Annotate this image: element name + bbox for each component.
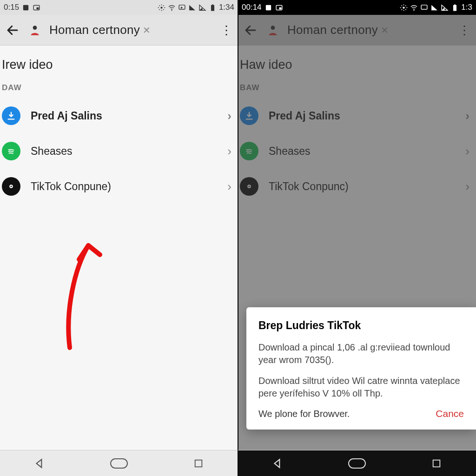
avatar-icon bbox=[266, 23, 280, 37]
list-item-pred[interactable]: Pred Aj Salins › bbox=[238, 98, 476, 133]
svg-point-18 bbox=[414, 10, 415, 11]
battery-icon bbox=[451, 4, 459, 12]
notification-icon bbox=[22, 4, 30, 12]
status-bar: 0:15 ▶ 1:34 bbox=[0, 0, 238, 15]
chevron-right-icon: › bbox=[227, 109, 231, 123]
app-list: Pred Aj Salins › Sheases › TikTok Conpun… bbox=[0, 98, 238, 204]
list-item-sheases[interactable]: Sheases › bbox=[238, 133, 476, 169]
svg-rect-19 bbox=[421, 5, 427, 9]
spotify-icon bbox=[2, 142, 20, 160]
list-item-tiktok[interactable]: TikTok Conpune) › bbox=[0, 169, 238, 204]
status-clock: 1:3 bbox=[461, 3, 472, 12]
cast-icon bbox=[420, 4, 428, 12]
battery-icon bbox=[209, 4, 217, 12]
signal-icon bbox=[198, 4, 206, 12]
wifi-icon bbox=[410, 4, 418, 12]
nav-recents-button[interactable] bbox=[189, 457, 208, 470]
app-list: Pred Aj Salins › Sheases › TikTok Conpun… bbox=[238, 98, 476, 204]
svg-point-9 bbox=[33, 26, 37, 30]
nav-back-button[interactable] bbox=[30, 457, 49, 470]
svg-point-17 bbox=[403, 7, 405, 8]
wifi-icon bbox=[168, 4, 176, 12]
settings-icon bbox=[158, 4, 165, 12]
svg-point-24 bbox=[249, 186, 250, 187]
download-icon bbox=[2, 106, 20, 125]
svg-rect-14 bbox=[265, 5, 271, 10]
page-title-text: Homan certnony bbox=[49, 23, 140, 37]
notification-icon bbox=[264, 4, 272, 12]
dialog-body-2: Download siltrut video Wil catre winnta … bbox=[258, 375, 464, 400]
list-item-sheases[interactable]: Sheases › bbox=[0, 133, 238, 169]
chevron-right-icon: › bbox=[465, 109, 469, 123]
svg-rect-8 bbox=[212, 4, 213, 5]
content-area: Irew ideo DAW Pred Aj Salins › Sheases › bbox=[0, 46, 238, 450]
signal-full-icon bbox=[188, 4, 196, 12]
list-item-label: Sheases bbox=[31, 145, 73, 158]
chevron-right-icon: › bbox=[227, 144, 231, 159]
svg-rect-20 bbox=[453, 5, 456, 11]
dialog-title: Brep Ludries TikTok bbox=[258, 319, 464, 332]
annotation-arrow bbox=[56, 231, 130, 352]
nav-bar bbox=[238, 450, 476, 476]
spotify-icon bbox=[240, 142, 258, 160]
settings-icon bbox=[400, 4, 408, 12]
svg-rect-0 bbox=[23, 5, 28, 10]
svg-point-4 bbox=[171, 10, 172, 11]
list-item-tiktok[interactable]: TikTok Conpunc) › bbox=[238, 169, 476, 204]
chevron-right-icon: › bbox=[465, 179, 469, 194]
nav-bar bbox=[0, 450, 238, 476]
svg-text:▶: ▶ bbox=[181, 6, 183, 8]
app-header: Homan certnony ✕ ⋮ bbox=[0, 15, 238, 46]
cast-icon: ▶ bbox=[178, 4, 186, 12]
avatar-icon bbox=[28, 23, 42, 37]
svg-rect-13 bbox=[195, 460, 202, 467]
svg-rect-7 bbox=[211, 5, 214, 11]
dialog-cancel-button[interactable]: Cance bbox=[436, 408, 464, 419]
section-heading: Irew ideo bbox=[0, 58, 238, 83]
download-dialog: Brep Ludries TikTok Download a pincal 1,… bbox=[246, 307, 476, 430]
status-time: 0:15 bbox=[4, 3, 19, 12]
svg-point-11 bbox=[11, 186, 12, 187]
download-icon bbox=[240, 106, 258, 125]
svg-rect-2 bbox=[37, 7, 39, 9]
overflow-menu-button[interactable]: ⋮ bbox=[219, 24, 233, 36]
phone-left: 0:15 ▶ 1:34 Homan certnony bbox=[0, 0, 238, 476]
edit-icon[interactable]: ✕ bbox=[381, 25, 389, 36]
signal-icon bbox=[441, 4, 449, 12]
page-title: Homan certnony ✕ bbox=[49, 23, 212, 37]
list-item-label: Pred Aj Salins bbox=[269, 110, 340, 122]
signal-full-icon bbox=[430, 4, 438, 12]
svg-rect-21 bbox=[454, 4, 456, 5]
list-item-pred[interactable]: Pred Aj Salins › bbox=[0, 98, 238, 133]
svg-rect-25 bbox=[349, 459, 365, 468]
back-button[interactable] bbox=[5, 22, 20, 38]
section-subheading: BAW bbox=[238, 83, 476, 98]
dialog-body-1: Download a pincal 1,06 .al g:reviiead to… bbox=[258, 341, 464, 366]
nav-recents-button[interactable] bbox=[427, 457, 446, 470]
pip-icon bbox=[33, 4, 40, 12]
dialog-browser-button[interactable]: We plone for Browver. bbox=[258, 409, 350, 419]
chevron-right-icon: › bbox=[227, 179, 231, 194]
tiktok-icon bbox=[240, 177, 258, 196]
section-subheading: DAW bbox=[0, 83, 238, 98]
list-item-label: Sheases bbox=[269, 145, 311, 158]
page-title: Homan certnony ✕ bbox=[287, 23, 450, 37]
list-item-label: TikTok Conpune) bbox=[31, 180, 111, 193]
status-bar: 00:14 1:3 bbox=[238, 0, 476, 15]
nav-home-button[interactable] bbox=[109, 457, 129, 470]
svg-rect-16 bbox=[279, 7, 281, 9]
svg-point-22 bbox=[271, 26, 275, 30]
svg-rect-26 bbox=[433, 460, 440, 467]
edit-icon[interactable]: ✕ bbox=[143, 25, 151, 36]
status-time: 00:14 bbox=[242, 3, 262, 12]
app-header: Homan certnony ✕ ⋮ bbox=[238, 15, 476, 46]
nav-home-button[interactable] bbox=[347, 457, 367, 470]
status-clock: 1:34 bbox=[219, 3, 234, 12]
screenshot-divider bbox=[238, 0, 238, 476]
svg-point-3 bbox=[160, 7, 162, 8]
back-button[interactable] bbox=[243, 22, 258, 38]
list-item-label: Pred Aj Salins bbox=[31, 110, 102, 122]
overflow-menu-button[interactable]: ⋮ bbox=[457, 24, 471, 36]
pip-icon bbox=[275, 4, 283, 12]
nav-back-button[interactable] bbox=[268, 457, 287, 470]
